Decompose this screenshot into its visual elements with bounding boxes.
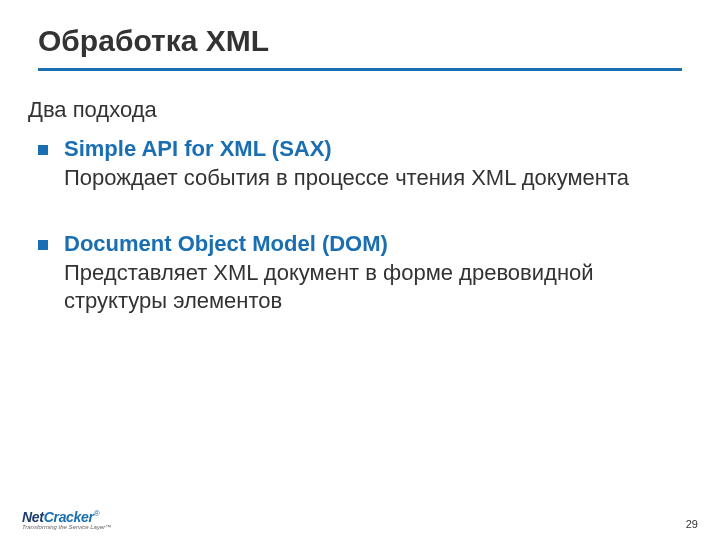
- intro-text: Два подхода: [28, 97, 682, 123]
- slide: Обработка XML Два подхода Simple API for…: [0, 0, 720, 540]
- logo-text: NetCracker®: [22, 509, 99, 525]
- title-underline: [38, 68, 682, 71]
- bullet-square-icon: [38, 240, 48, 250]
- footer: NetCracker® Transforming the Service Lay…: [22, 509, 698, 530]
- bullet-item: Document Object Model (DOM) Представляет…: [38, 230, 682, 316]
- bullet-description: Представляет XML документ в форме древов…: [64, 259, 682, 316]
- bullet-content: Simple API for XML (SAX) Порождает событ…: [64, 135, 682, 192]
- slide-title: Обработка XML: [38, 24, 682, 58]
- page-number: 29: [686, 518, 698, 530]
- logo: NetCracker® Transforming the Service Lay…: [22, 509, 111, 530]
- bullet-content: Document Object Model (DOM) Представляет…: [64, 230, 682, 316]
- bullet-description: Порождает события в процессе чтения XML …: [64, 164, 682, 193]
- bullet-title: Simple API for XML (SAX): [64, 135, 682, 164]
- bullet-square-icon: [38, 145, 48, 155]
- logo-tagline: Transforming the Service Layer™: [22, 524, 111, 530]
- logo-cracker: Cracker: [44, 509, 94, 525]
- bullet-item: Simple API for XML (SAX) Порождает событ…: [38, 135, 682, 192]
- bullet-title: Document Object Model (DOM): [64, 230, 682, 259]
- logo-net: Net: [22, 509, 44, 525]
- registered-icon: ®: [94, 509, 100, 518]
